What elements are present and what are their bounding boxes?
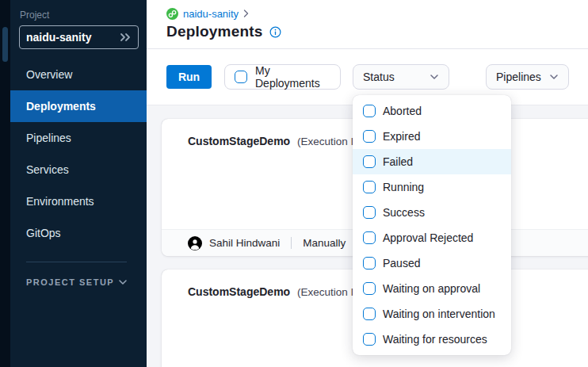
sidebar-item-pipelines[interactable]: Pipelines <box>10 122 147 154</box>
pipeline-name[interactable]: CustomStageDemo <box>188 285 290 298</box>
project-setup-section[interactable]: PROJECT SETUP <box>26 277 128 287</box>
status-filter-label: Status <box>363 71 395 83</box>
main-area: naidu-sanity Deployments Run My Deployme… <box>147 0 588 367</box>
status-option-waiting-on-approval[interactable]: Waiting on approval <box>353 276 511 301</box>
status-option-waiting-for-resources[interactable]: Waiting for resources <box>353 327 511 352</box>
sidebar-item-label: Services <box>26 163 69 176</box>
status-option-success[interactable]: Success <box>353 200 511 225</box>
project-selector[interactable]: naidu-sanity <box>19 25 139 49</box>
status-option-label: Failed <box>383 155 413 168</box>
status-option-checkbox[interactable] <box>363 130 376 143</box>
chevron-down-icon <box>549 74 559 80</box>
status-option-label: Waiting on intervention <box>383 308 495 320</box>
status-option-checkbox[interactable] <box>363 231 376 244</box>
sidebar-nav: OverviewDeploymentsPipelinesServicesEnvi… <box>10 59 147 249</box>
status-option-paused[interactable]: Paused <box>353 250 511 276</box>
sidebar-content: Project naidu-sanity OverviewDeployments… <box>10 0 147 367</box>
run-button[interactable]: Run <box>166 65 212 89</box>
title-row: Deployments <box>166 23 588 40</box>
my-deployments-toggle[interactable]: My Deployments <box>224 64 341 90</box>
status-filter-menu: AbortedExpiredFailedRunningSuccessApprov… <box>353 95 511 355</box>
pipeline-name[interactable]: CustomStageDemo <box>188 135 290 147</box>
status-option-label: Approval Rejected <box>383 231 473 244</box>
status-filter-dropdown[interactable]: Status <box>353 64 449 90</box>
sidebar-item-label: Overview <box>26 68 72 81</box>
sidebar-item-label: GitOps <box>26 227 61 239</box>
status-option-running[interactable]: Running <box>353 174 511 200</box>
project-sidebar: Project naidu-sanity OverviewDeployments… <box>0 0 147 367</box>
sidebar-item-overview[interactable]: Overview <box>10 59 147 90</box>
sidebar-item-deployments[interactable]: Deployments <box>10 90 147 122</box>
owner-name: Sahil Hindwani <box>209 237 280 249</box>
double-chevron-right-icon[interactable] <box>119 32 132 42</box>
status-option-waiting-on-intervention[interactable]: Waiting on intervention <box>353 301 511 327</box>
sidebar-item-label: Environments <box>26 195 94 208</box>
status-option-checkbox[interactable] <box>363 206 376 219</box>
module-nav-strip <box>0 0 10 367</box>
status-option-label: Running <box>383 181 424 193</box>
pipelines-filter-label: Pipelines <box>496 71 541 83</box>
status-option-aborted[interactable]: Aborted <box>353 98 511 124</box>
status-option-label: Expired <box>383 130 420 143</box>
project-label: Project <box>20 10 147 21</box>
status-option-label: Success <box>383 206 425 219</box>
sidebar-divider <box>26 262 127 262</box>
status-option-label: Paused <box>383 257 420 270</box>
chevron-down-icon <box>430 74 439 80</box>
app-root: Project naidu-sanity OverviewDeployments… <box>0 0 588 367</box>
status-option-checkbox[interactable] <box>363 181 376 193</box>
pipelines-filter-dropdown[interactable]: Pipelines <box>486 64 569 90</box>
sidebar-item-services[interactable]: Services <box>10 154 147 185</box>
page-header: naidu-sanity Deployments <box>147 0 588 49</box>
sidebar-item-label: Deployments <box>26 100 96 113</box>
status-option-label: Aborted <box>383 105 422 117</box>
project-link-icon <box>166 8 178 20</box>
project-setup-label: PROJECT SETUP <box>26 277 114 287</box>
status-option-label: Waiting for resources <box>383 333 487 346</box>
footer-divider <box>291 237 292 249</box>
my-deployments-checkbox[interactable] <box>235 71 247 83</box>
breadcrumb: naidu-sanity <box>166 7 588 20</box>
my-deployments-label: My Deployments <box>255 64 330 90</box>
status-option-checkbox[interactable] <box>363 105 376 117</box>
status-option-label: Waiting on approval <box>383 282 480 295</box>
sidebar-item-gitops[interactable]: GitOps <box>10 217 147 249</box>
status-option-failed[interactable]: Failed <box>353 149 511 174</box>
status-option-approval-rejected[interactable]: Approval Rejected <box>353 225 511 250</box>
breadcrumb-project-link[interactable]: naidu-sanity <box>183 8 239 20</box>
module-nav-scroll-thumb[interactable] <box>2 27 8 62</box>
execution-id-note: (Execution Id <box>297 286 360 298</box>
avatar-icon <box>188 236 202 250</box>
page-title: Deployments <box>166 23 263 40</box>
status-option-checkbox[interactable] <box>363 308 376 320</box>
sidebar-item-label: Pipelines <box>26 132 71 144</box>
status-option-checkbox[interactable] <box>363 282 376 295</box>
status-option-checkbox[interactable] <box>363 333 376 346</box>
execution-id-note: (Execution Id <box>297 136 360 147</box>
info-icon[interactable] <box>269 26 281 38</box>
trigger-type: Manually <box>303 237 346 249</box>
sidebar-item-environments[interactable]: Environments <box>10 185 147 217</box>
status-option-expired[interactable]: Expired <box>353 124 511 149</box>
status-option-checkbox[interactable] <box>363 257 376 270</box>
chevron-down-icon <box>118 279 128 285</box>
project-name: naidu-sanity <box>26 31 91 44</box>
chevron-right-icon <box>243 10 249 17</box>
status-option-checkbox[interactable] <box>363 155 376 168</box>
